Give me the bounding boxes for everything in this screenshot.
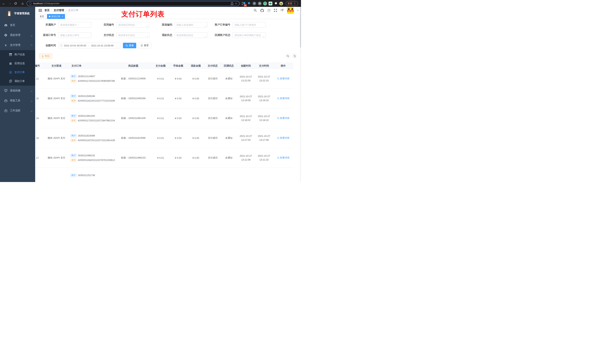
tab-home[interactable]: 首页	[38, 14, 46, 19]
cell-actions: 查看详情	[273, 108, 293, 128]
extension-balloon-icon[interactable]	[247, 2, 251, 5]
cell-notify-status: 未通知	[221, 69, 237, 89]
font-size-icon[interactable]: TT	[280, 9, 284, 12]
cell-refund: ¥ 0.00	[187, 148, 204, 168]
share-icon[interactable]	[231, 2, 233, 5]
filter-label: 创建时间	[37, 44, 58, 47]
merchant-order-no-input[interactable]	[233, 22, 266, 28]
sidebar-item-merchant-info[interactable]: 商户信息	[0, 50, 35, 59]
app-logo[interactable]: 芋道管理系统	[0, 7, 35, 20]
home-icon[interactable]: ⌂	[20, 2, 25, 5]
notify-status-select[interactable]	[233, 32, 266, 38]
close-icon[interactable]: ×	[62, 15, 63, 18]
extension-emoji-icon[interactable]	[279, 2, 283, 5]
sidebar-item-dev-tools[interactable]: 研发工具	[0, 96, 35, 106]
user-avatar[interactable]	[287, 7, 294, 14]
payment-submenu: 商户信息 ▦ 应用信息 ¥ 支付订单 退款订单	[0, 50, 35, 86]
extension-record-icon[interactable]	[258, 2, 262, 5]
cell-channel: 微信 JSAPI 支付	[43, 89, 70, 108]
merchant-order-no: 1635311468233	[78, 154, 95, 157]
cell-fee	[169, 168, 187, 182]
breadcrumb: 首页 / 支付管理 / 支付订单	[44, 9, 78, 12]
help-icon[interactable]: ?	[267, 9, 270, 12]
refund-status-select[interactable]	[174, 32, 208, 38]
refresh-button[interactable]	[292, 53, 297, 59]
merchant-input[interactable]	[58, 22, 91, 28]
export-button[interactable]: 导出	[39, 53, 52, 59]
extensions-puzzle-icon[interactable]	[274, 2, 278, 5]
cell-refund: ¥ 0.00	[187, 108, 204, 128]
channel-code-select[interactable]	[174, 22, 208, 28]
col-pay-order: 支付订单	[70, 63, 115, 69]
merchant-tag: 商户	[70, 114, 77, 118]
cell-pay-order: 商户 1635311251736 支付	[70, 168, 115, 182]
create-time-range-picker[interactable]: 2021-10-01 00:00:00 - 2021-10-31 23:59:5…	[58, 43, 121, 48]
breadcrumb-home[interactable]: 首页	[44, 9, 50, 12]
cell-title: 标题：1635311949168	[115, 89, 152, 108]
site-info-icon[interactable]: i	[29, 2, 32, 5]
page-scrollbar[interactable]	[300, 7, 301, 182]
view-detail-link[interactable]: 查看详情	[277, 156, 290, 159]
extension-command-icon[interactable]: ⌘	[252, 2, 256, 5]
view-detail-link[interactable]: 查看详情	[277, 116, 290, 120]
cell-id: 20	[35, 89, 43, 108]
view-detail-link[interactable]: 查看详情	[277, 77, 290, 80]
cell-pay-status: 支付成功	[204, 69, 221, 89]
cell-channel: 微信 JSAPI 支付	[43, 69, 70, 89]
collapse-sidebar-icon[interactable]	[39, 9, 42, 12]
col-id: 编号	[35, 63, 43, 69]
pay-tag: 支付	[70, 158, 77, 162]
col-actions: 操作	[273, 63, 293, 69]
col-amount: 支付金额	[152, 63, 169, 69]
fullscreen-icon[interactable]	[274, 9, 277, 12]
reload-icon[interactable]	[14, 2, 19, 5]
breadcrumb-pay-manage[interactable]: 支付管理	[54, 9, 64, 12]
github-icon[interactable]	[260, 9, 264, 12]
reset-button[interactable]: 重置	[138, 43, 151, 48]
clock-icon	[60, 44, 63, 47]
sidebar-item-label: 支付管理	[10, 43, 20, 47]
back-icon[interactable]: ←	[1, 2, 6, 5]
dashboard-icon	[4, 24, 7, 27]
chevron-down-icon	[205, 34, 206, 37]
sidebar-item-app-info[interactable]: ▦ 应用信息	[0, 59, 35, 68]
merchant-tag: 商户	[70, 94, 77, 98]
view-detail-link[interactable]: 查看详情	[277, 97, 290, 100]
browser-menu-icon[interactable]: ⋮	[294, 2, 296, 5]
tab-pay-order[interactable]: 支付订单 ×	[47, 14, 65, 19]
toggle-search-button[interactable]	[285, 53, 290, 59]
merchant-order-no: 1635311823086	[78, 134, 95, 137]
extension-y-icon[interactable]: y	[263, 2, 267, 5]
filter-label: 回调商户状态	[212, 33, 233, 37]
browser-update-button[interactable]: 更新 ⋮	[286, 1, 298, 6]
sidebar-item-payment[interactable]: ¥ 支付管理	[0, 40, 35, 50]
merchant-order-no: 1635311881440	[78, 114, 95, 117]
view-detail-link[interactable]: 查看详情	[277, 136, 290, 140]
extension-diamond-icon[interactable]: 10	[242, 2, 246, 5]
sidebar-item-infrastructure[interactable]: 基础设施	[0, 86, 35, 96]
sidebar-item-pay-order[interactable]: ¥ 支付订单	[0, 68, 35, 77]
view-detail-label: 查看详情	[280, 156, 290, 159]
pay-status-select[interactable]	[116, 32, 150, 38]
top-header: 首页 / 支付管理 / 支付订单 ? TT ▾	[35, 7, 301, 14]
url-bar[interactable]: i localhost:1024/pay/order ☆	[27, 1, 239, 6]
search-icon[interactable]	[254, 9, 257, 12]
cell-actions: 查看详情	[273, 89, 293, 108]
search-button[interactable]: 搜索	[123, 43, 136, 48]
forward-icon[interactable]: →	[8, 2, 12, 5]
sidebar-item-workflow[interactable]: 工作流程	[0, 106, 35, 116]
avatar-caret-icon[interactable]: ▾	[297, 9, 298, 12]
sidebar-item-system[interactable]: 系统管理	[0, 30, 35, 40]
scrollbar-thumb[interactable]	[300, 7, 301, 48]
sidebar-item-home[interactable]: 首页	[0, 20, 35, 30]
table-toolbar: 导出	[35, 53, 301, 59]
sidebar-item-label: 基础设施	[10, 89, 20, 92]
cell-amount: ¥ 0.01	[152, 108, 169, 128]
app-select[interactable]	[116, 22, 150, 28]
channel-order-no-input[interactable]	[58, 32, 91, 38]
cell-pay-order: 商户 1635311468233 支付 42000011942021102767…	[70, 148, 115, 168]
extension-chat-icon[interactable]	[269, 2, 272, 5]
sidebar-item-refund-order[interactable]: 退款订单	[0, 77, 35, 86]
cell-amount: ¥ 0.01	[152, 128, 169, 148]
bookmark-star-icon[interactable]: ☆	[235, 2, 237, 5]
